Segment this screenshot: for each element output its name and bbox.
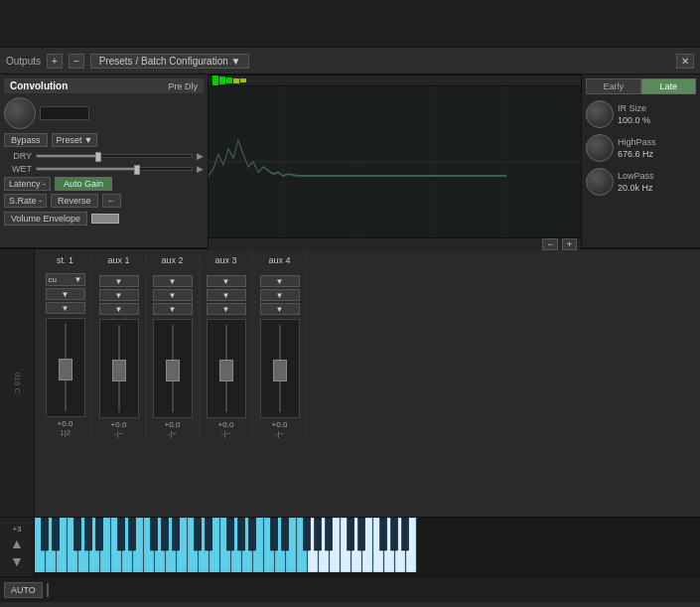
ch-dd1-aux4[interactable]: ▼ xyxy=(260,275,300,287)
ch-header-aux4: aux 4 xyxy=(253,253,307,267)
dry-slider[interactable] xyxy=(36,154,193,158)
piano-collapse-down[interactable]: ▼ xyxy=(10,553,24,569)
lowpass-row: LowPass 20.0k Hz xyxy=(586,168,696,196)
ch-dd3-aux2[interactable]: ▼ xyxy=(153,303,193,315)
pre-dly-input[interactable]: 0.00 ms xyxy=(40,106,89,120)
piano-label-plus3: +3 xyxy=(12,525,21,533)
waveform-display[interactable] xyxy=(209,86,581,237)
piano-collapse-up[interactable]: ▲ xyxy=(10,535,24,551)
level-meters xyxy=(212,76,246,85)
pre-dly-knob[interactable] xyxy=(4,97,36,129)
svg-rect-51 xyxy=(195,518,202,550)
ch-dd2-aux2[interactable]: ▼ xyxy=(153,289,193,301)
fader-aux2[interactable] xyxy=(153,319,193,418)
highpass-label: HighPass xyxy=(618,137,656,147)
ch-header-aux2: aux 2 xyxy=(146,253,200,267)
lowpass-knob[interactable] xyxy=(586,168,614,196)
ch-header-aux1: aux 1 xyxy=(92,253,146,267)
conv-top-row: 0.00 ms xyxy=(4,97,204,129)
bottom-row: AUTO xyxy=(0,576,700,602)
svg-rect-46 xyxy=(118,518,125,550)
ch-dd3-aux3[interactable]: ▼ xyxy=(207,303,246,315)
ch-label-aux3: -|− xyxy=(221,429,230,438)
ch-dd1-aux2[interactable]: ▼ xyxy=(153,275,193,287)
channel-col-aux2: ▼ ▼ ▼ +0.0 -|− xyxy=(146,271,200,440)
vol-env-box xyxy=(91,214,119,224)
ch-select-val-st1: cu xyxy=(49,275,57,284)
highpass-value: 676.6 Hz xyxy=(618,149,656,159)
zoom-minus-button[interactable]: − xyxy=(542,238,557,250)
fader-aux4[interactable] xyxy=(260,319,300,418)
remove-output-button[interactable]: − xyxy=(69,54,84,69)
wet-slider[interactable] xyxy=(36,167,193,171)
wet-slider-row: WET ▶ xyxy=(4,164,204,174)
ch-dd2-aux1[interactable]: ▼ xyxy=(99,289,139,301)
early-tab[interactable]: Early xyxy=(586,78,641,94)
early-late-tabs: Early Late xyxy=(586,78,696,94)
bypass-button[interactable]: Bypass xyxy=(4,133,48,147)
ch-dd2-st1[interactable]: ▼ xyxy=(46,302,85,314)
svg-rect-48 xyxy=(151,518,158,550)
reverse-arrow-button[interactable]: ← xyxy=(102,194,121,208)
piano-keys-area[interactable] xyxy=(35,518,700,576)
svg-rect-49 xyxy=(162,518,169,550)
ch-dd1-aux3[interactable]: ▼ xyxy=(207,275,246,287)
highpass-knob[interactable] xyxy=(586,134,614,162)
zoom-plus-button[interactable]: + xyxy=(562,238,577,250)
reverse-button[interactable]: Reverse xyxy=(51,194,98,208)
preset-button[interactable]: Preset ▼ xyxy=(52,133,98,147)
fader-aux1[interactable] xyxy=(99,319,139,418)
ir-size-knob[interactable] xyxy=(586,100,614,128)
svg-rect-43 xyxy=(74,518,81,550)
fader-aux3[interactable] xyxy=(207,319,246,418)
vol-env-row: Volume Envelope xyxy=(4,212,204,226)
ch-dd3-aux4[interactable]: ▼ xyxy=(260,303,300,315)
ch-dd1-st1[interactable]: ▼ xyxy=(46,288,85,300)
auto-gain-button[interactable]: Auto Gain xyxy=(55,177,112,191)
fader-st1[interactable] xyxy=(46,318,85,417)
srate-button[interactable]: S.Rate - xyxy=(4,194,47,208)
svg-rect-45 xyxy=(96,518,103,550)
waveform-bottom: − + xyxy=(209,237,581,250)
wet-label: WET xyxy=(4,164,32,174)
outputs-label: Outputs xyxy=(6,56,41,67)
channel-strip-area: st. 1 aux 1 aux 2 aux 3 aux 4 cu ▼ ▼ ▼ +… xyxy=(35,249,700,517)
vol-env-button[interactable]: Volume Envelope xyxy=(4,212,87,226)
ch-dd1-aux1[interactable]: ▼ xyxy=(99,275,139,287)
toolbar: Outputs + − Presets / Batch Configuratio… xyxy=(0,48,700,75)
late-tab[interactable]: Late xyxy=(641,78,697,94)
separator-1 xyxy=(47,583,49,597)
ir-size-label: IR Size xyxy=(618,103,650,113)
piano-sidebar: +3 ▲ ▼ xyxy=(0,518,35,576)
add-output-button[interactable]: + xyxy=(47,54,63,69)
convolution-panel: Convolution Pre Dly 0.00 ms Bypass Prese… xyxy=(0,75,209,247)
ch-select-st1[interactable]: cu ▼ xyxy=(46,273,85,286)
channel-select-row: cu ▼ ▼ ▼ +0.0 1|2 ▼ ▼ ▼ xyxy=(39,271,696,440)
ch-dd3-aux1[interactable]: ▼ xyxy=(99,303,139,315)
latency-button[interactable]: Latency - xyxy=(4,177,51,191)
right-panel: Early Late IR Size 100.0 % HighPass 676.… xyxy=(581,75,700,247)
svg-rect-63 xyxy=(380,518,387,550)
svg-rect-42 xyxy=(53,518,60,550)
plugin-area: Convolution Pre Dly 0.00 ms Bypass Prese… xyxy=(0,75,700,248)
auto-button[interactable]: AUTO xyxy=(4,582,43,598)
svg-rect-56 xyxy=(271,518,278,550)
ch-dd2-aux4[interactable]: ▼ xyxy=(260,289,300,301)
convolution-label: Convolution xyxy=(10,80,68,91)
lowpass-value: 20.0k Hz xyxy=(618,183,654,193)
ch-header-st1: st. 1 xyxy=(39,253,92,267)
presets-arrow: ▼ xyxy=(231,56,241,67)
dry-slider-row: DRY ▶ xyxy=(4,151,204,161)
channel-col-aux1: ▼ ▼ ▼ +0.0 -|− xyxy=(92,271,146,440)
close-button[interactable]: ✕ xyxy=(676,54,694,69)
fader-val-aux2: +0.0 xyxy=(165,420,181,429)
svg-rect-44 xyxy=(85,518,92,550)
ch-dd2-aux3[interactable]: ▼ xyxy=(207,289,246,301)
srate-row: S.Rate - Reverse ← xyxy=(4,194,204,208)
ch-label-aux2: -|− xyxy=(168,429,177,438)
svg-rect-55 xyxy=(249,518,256,550)
svg-rect-41 xyxy=(42,518,49,550)
bypass-row: Bypass Preset ▼ xyxy=(4,133,204,147)
presets-batch-button[interactable]: Presets / Batch Configuration ▼ xyxy=(90,54,250,69)
ir-size-row: IR Size 100.0 % xyxy=(586,100,696,128)
